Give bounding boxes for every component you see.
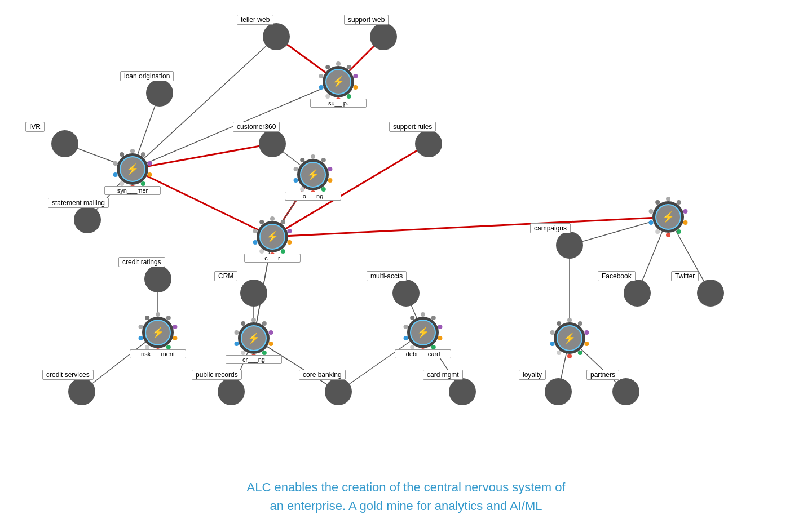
svg-point-88 <box>259 220 264 224</box>
bottom-text-line1: ALC enables the creation of the central … <box>247 480 566 494</box>
svg-point-65 <box>311 154 315 159</box>
svg-point-98 <box>666 233 670 237</box>
svg-point-125 <box>262 321 267 326</box>
svg-point-93 <box>666 197 670 201</box>
svg-point-53 <box>141 152 145 157</box>
svg-text:⚡: ⚡ <box>126 163 139 175</box>
svg-point-140 <box>438 336 442 340</box>
svg-text:⚡: ⚡ <box>662 211 675 223</box>
svg-text:⚡: ⚡ <box>307 169 320 181</box>
svg-text:⚡: ⚡ <box>563 332 576 344</box>
svg-point-118 <box>139 336 143 340</box>
svg-point-152 <box>584 330 589 335</box>
svg-point-42 <box>319 85 324 90</box>
svg-line-1 <box>133 144 272 169</box>
svg-point-124 <box>251 318 256 322</box>
svg-point-117 <box>145 345 149 349</box>
svg-point-119 <box>139 325 143 329</box>
svg-point-139 <box>438 325 442 329</box>
svg-point-114 <box>173 336 177 340</box>
svg-point-43 <box>319 74 324 78</box>
svg-point-120 <box>145 316 149 320</box>
svg-point-156 <box>557 351 561 355</box>
svg-text:⚡: ⚡ <box>417 326 430 339</box>
svg-point-38 <box>353 85 358 90</box>
svg-point-137 <box>421 312 425 317</box>
svg-point-54 <box>147 161 152 166</box>
svg-point-94 <box>677 200 681 205</box>
svg-point-60 <box>113 161 118 166</box>
svg-point-96 <box>683 220 687 225</box>
svg-point-71 <box>300 187 304 192</box>
svg-text:⚡: ⚡ <box>248 332 261 344</box>
svg-point-81 <box>287 229 292 233</box>
svg-point-126 <box>268 330 273 335</box>
svg-point-101 <box>649 209 654 214</box>
svg-point-150 <box>567 318 572 322</box>
svg-point-87 <box>253 229 258 233</box>
svg-point-95 <box>683 209 687 214</box>
svg-point-100 <box>649 220 654 225</box>
svg-point-66 <box>321 158 326 162</box>
svg-point-69 <box>321 187 326 192</box>
svg-point-41 <box>325 94 330 99</box>
svg-point-56 <box>141 181 145 186</box>
svg-point-36 <box>347 65 351 69</box>
svg-point-141 <box>431 345 436 349</box>
svg-line-7 <box>272 144 429 237</box>
svg-point-130 <box>241 351 245 355</box>
svg-point-83 <box>281 249 285 254</box>
svg-point-113 <box>173 325 177 329</box>
svg-point-155 <box>567 354 572 358</box>
graph-container: teller websupport web⚡su__ p.loan origin… <box>0 0 812 428</box>
svg-point-59 <box>113 172 118 177</box>
svg-point-58 <box>120 181 124 186</box>
svg-point-146 <box>410 316 414 320</box>
svg-point-143 <box>410 345 414 349</box>
svg-point-37 <box>353 74 358 78</box>
svg-point-61 <box>120 152 124 157</box>
svg-point-80 <box>281 220 285 224</box>
svg-text:⚡: ⚡ <box>152 326 165 339</box>
svg-text:⚡: ⚡ <box>332 76 345 88</box>
svg-point-115 <box>166 345 171 349</box>
svg-point-35 <box>336 61 341 66</box>
svg-point-158 <box>550 330 555 335</box>
svg-point-131 <box>235 342 239 346</box>
svg-point-67 <box>328 167 332 171</box>
svg-point-85 <box>259 249 264 254</box>
svg-point-144 <box>404 336 408 340</box>
svg-point-52 <box>130 149 135 153</box>
svg-point-39 <box>347 94 351 99</box>
svg-text:⚡: ⚡ <box>266 230 279 243</box>
svg-point-151 <box>578 321 582 326</box>
svg-point-82 <box>287 240 292 245</box>
svg-point-145 <box>404 325 408 329</box>
svg-point-79 <box>270 216 275 221</box>
svg-point-127 <box>268 342 273 346</box>
svg-point-74 <box>300 158 304 162</box>
svg-point-72 <box>294 178 298 183</box>
svg-point-128 <box>262 351 267 355</box>
svg-point-133 <box>241 321 245 326</box>
svg-point-99 <box>655 229 660 234</box>
svg-point-86 <box>253 240 258 245</box>
svg-point-102 <box>655 200 660 205</box>
svg-point-112 <box>166 316 171 320</box>
svg-point-153 <box>584 342 589 346</box>
network-graph: teller websupport web⚡su__ p.loan origin… <box>0 0 812 428</box>
svg-point-68 <box>328 178 332 183</box>
svg-point-154 <box>578 351 582 355</box>
svg-point-132 <box>235 330 239 335</box>
svg-point-111 <box>156 312 160 317</box>
svg-point-44 <box>325 65 330 69</box>
svg-point-157 <box>550 342 555 346</box>
svg-point-159 <box>557 321 561 326</box>
svg-point-55 <box>147 172 152 177</box>
bottom-text: ALC enables the creation of the central … <box>0 478 812 515</box>
svg-point-138 <box>431 316 436 320</box>
bottom-text-line2: an enterprise. A gold mine for analytics… <box>270 499 542 513</box>
svg-point-73 <box>294 167 298 171</box>
svg-point-97 <box>677 229 681 234</box>
svg-line-5 <box>133 169 272 237</box>
